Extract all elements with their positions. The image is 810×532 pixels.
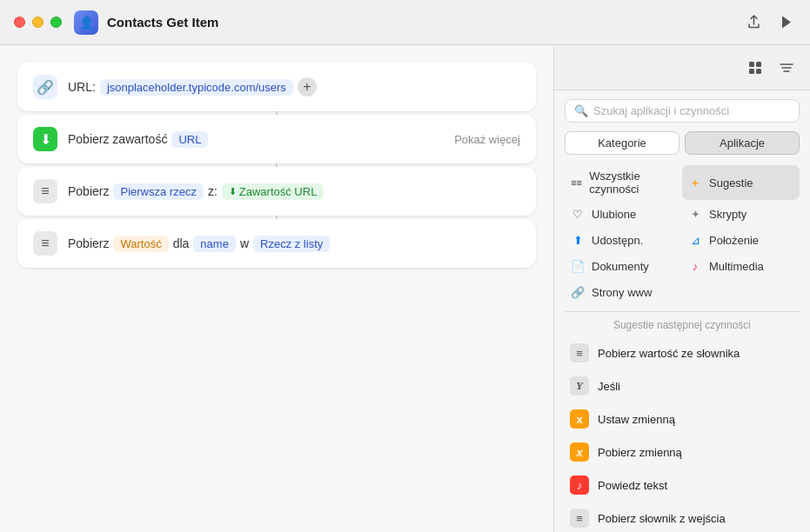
sug-set-var-label: Ustaw zmienną (598, 413, 675, 426)
cat-documents-label: Dokumenty (592, 260, 649, 273)
show-more-button[interactable]: Pokaż więcej (454, 133, 520, 146)
cat-suggestions-label: Sugestie (709, 176, 753, 190)
download-icon: ⬇ (33, 127, 57, 151)
svg-rect-2 (756, 62, 761, 67)
window-title: Contacts Get Item (107, 15, 744, 30)
get-value-content: Pobierz Wartość dla name w Rzecz z listy (68, 236, 520, 252)
divider (565, 311, 800, 312)
cat-location[interactable]: ⊿ Położenie (682, 228, 800, 252)
cat-websites-label: Strony www (592, 286, 652, 299)
cat-websites[interactable]: 🔗 Strony www (565, 280, 682, 304)
play-icon (780, 15, 793, 30)
svg-rect-0 (749, 62, 754, 67)
cat-suggestions[interactable]: + Sugestie (682, 165, 800, 200)
svg-rect-1 (749, 69, 754, 74)
fetch-action-card: ⬇ Pobierz zawartość URL Pokaż więcej (17, 115, 536, 163)
fetch-action-content: Pobierz zawartość URL Pokaż więcej (68, 131, 520, 148)
url-label: URL: (68, 80, 96, 94)
traffic-lights (14, 17, 62, 28)
sug-get-dict[interactable]: ≡ Pobierz słownik z wejścia (561, 502, 803, 532)
url-value-token[interactable]: jsonplaceholder.typicode.com/users (100, 79, 293, 96)
share-button[interactable] (744, 13, 763, 32)
list-item-token[interactable]: Rzecz z listy (253, 236, 330, 252)
scripts-icon: ✦ (687, 206, 703, 222)
sug-speak-icon: ♪ (570, 475, 589, 495)
cat-all-actions[interactable]: ≡≡ Wszystkie czynności (565, 165, 682, 200)
get-first-label: Pobierz (68, 184, 109, 198)
value-token[interactable]: Wartość (113, 236, 168, 252)
cat-multimedia-label: Multimedia (709, 260, 764, 273)
get-value-action-card: ≡ Pobierz Wartość dla name w Rzecz z lis… (17, 219, 536, 268)
sug-get-var[interactable]: x Pobierz zmienną (561, 436, 803, 469)
favorites-icon: ♡ (570, 206, 586, 222)
app-icon: 👤 (74, 10, 98, 35)
in-label: w (240, 236, 249, 250)
first-item-token[interactable]: Pierwsza rzecz (113, 183, 203, 200)
minimize-button[interactable] (32, 17, 44, 28)
list-icon: ≡ (33, 179, 57, 203)
sug-get-dict-label: Pobierz słownik z wejścia (598, 512, 726, 525)
filter-button[interactable] (777, 58, 796, 77)
url-content-token[interactable]: ⬇ Zawartość URL (222, 183, 325, 200)
library-button[interactable] (746, 58, 765, 77)
cat-sharing-label: Udostępn. (592, 234, 643, 247)
search-bar: 🔍 (554, 90, 810, 131)
sug-if-icon: Y (570, 376, 589, 396)
websites-icon: 🔗 (570, 284, 586, 300)
name-token[interactable]: name (193, 236, 236, 252)
svg-rect-3 (756, 69, 761, 74)
sug-set-var[interactable]: x Ustaw zmienną (561, 402, 803, 436)
location-icon: ⊿ (687, 232, 703, 248)
suggestions-icon: + (687, 175, 703, 190)
sug-speak[interactable]: ♪ Powiedz tekst (561, 469, 803, 502)
tab-categories[interactable]: Kategorie (565, 131, 679, 155)
shortcuts-editor: 🔗 URL: jsonplaceholder.typicode.com/user… (0, 45, 553, 532)
cat-documents[interactable]: 📄 Dokumenty (565, 254, 682, 278)
suggestions-section-title: Sugestie następnej czynności (554, 319, 810, 336)
get-first-from-label: z: (208, 184, 218, 198)
fetch-url-token[interactable]: URL (171, 131, 208, 148)
share-icon (746, 15, 761, 30)
right-panel: 🔍 Kategorie Aplikacje ≡≡ Wszystkie czynn… (553, 45, 810, 532)
get-value-label: Pobierz (68, 236, 109, 250)
cat-favorites[interactable]: ♡ Ulubione (565, 202, 682, 226)
cat-all-label: Wszystkie czynności (589, 170, 677, 196)
tab-apps[interactable]: Aplikacje (685, 131, 800, 155)
right-toolbar (554, 45, 810, 90)
tab-row: Kategorie Aplikacje (554, 131, 810, 162)
sug-dict-label: Pobierz wartość ze słownika (598, 347, 740, 360)
cat-multimedia[interactable]: ♪ Multimedia (682, 254, 800, 278)
search-input[interactable] (593, 104, 790, 117)
all-actions-icon: ≡≡ (570, 175, 583, 190)
titlebar: 👤 Contacts Get Item (0, 0, 810, 45)
sug-get-var-label: Pobierz zmienną (598, 446, 682, 459)
sug-speak-label: Powiedz tekst (598, 479, 667, 492)
sug-dict-icon: ≡ (570, 343, 589, 362)
fullscreen-button[interactable] (50, 17, 62, 28)
cat-scripts[interactable]: ✦ Skrypty (682, 202, 800, 226)
list-icon-2: ≡ (33, 231, 57, 256)
sug-set-var-icon: x (570, 409, 589, 429)
library-icon (746, 59, 764, 76)
sharing-icon: ⬆ (570, 232, 586, 248)
cat-favorites-label: Ulubione (592, 208, 636, 221)
sug-get-dict-icon: ≡ (570, 509, 589, 528)
main-content: 🔗 URL: jsonplaceholder.typicode.com/user… (0, 45, 810, 532)
multimedia-icon: ♪ (687, 258, 703, 274)
run-button[interactable] (777, 13, 796, 32)
sug-if[interactable]: Y Jeśli (561, 369, 803, 402)
sug-dict-value[interactable]: ≡ Pobierz wartość ze słownika (561, 336, 803, 369)
categories-grid: ≡≡ Wszystkie czynności + Sugestie ♡ Ulub… (554, 162, 810, 311)
get-first-action-card: ≡ Pobierz Pierwsza rzecz z: ⬇ Zawartość … (17, 167, 536, 216)
link-icon: 🔗 (33, 75, 57, 99)
cat-location-label: Położenie (709, 234, 759, 247)
url-action-card: 🔗 URL: jsonplaceholder.typicode.com/user… (17, 63, 536, 111)
close-button[interactable] (14, 17, 25, 28)
cat-scripts-label: Skrypty (709, 208, 746, 221)
search-input-wrap: 🔍 (565, 99, 800, 123)
add-url-button[interactable]: + (298, 77, 317, 96)
cat-sharing[interactable]: ⬆ Udostępn. (565, 228, 682, 252)
search-magnifier-icon: 🔍 (574, 104, 588, 117)
fetch-label: Pobierz zawartość (68, 132, 167, 146)
documents-icon: 📄 (570, 258, 586, 274)
